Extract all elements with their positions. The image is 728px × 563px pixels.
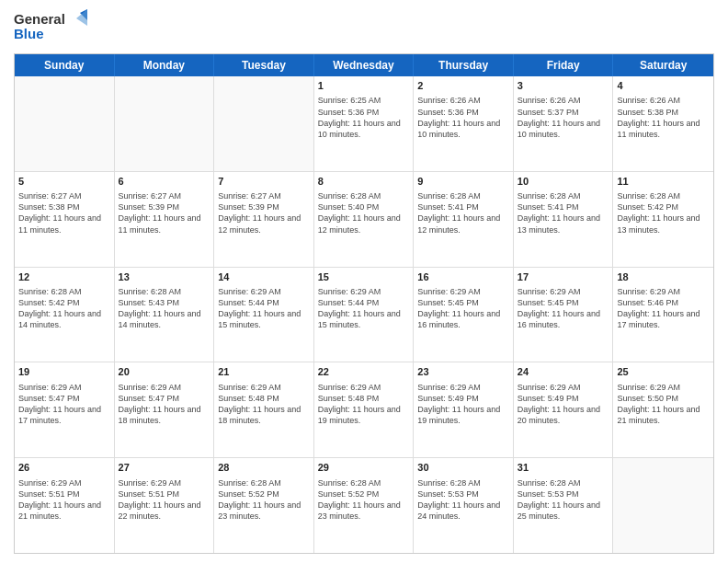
calendar-cell: 26Sunrise: 6:29 AM Sunset: 5:51 PM Dayli…	[15, 458, 115, 553]
day-number: 6	[119, 175, 210, 189]
day-number: 28	[218, 461, 310, 475]
calendar-cell: 28Sunrise: 6:28 AM Sunset: 5:52 PM Dayli…	[214, 458, 314, 553]
day-number: 1	[318, 79, 410, 93]
weekday-header: Thursday	[414, 54, 514, 76]
cell-sun-info: Sunrise: 6:29 AM Sunset: 5:50 PM Dayligh…	[617, 382, 710, 427]
cell-sun-info: Sunrise: 6:29 AM Sunset: 5:51 PM Dayligh…	[18, 477, 110, 523]
calendar-cell: 6Sunrise: 6:27 AM Sunset: 5:39 PM Daylig…	[115, 172, 215, 267]
day-number: 15	[318, 270, 410, 284]
cell-sun-info: Sunrise: 6:29 AM Sunset: 5:49 PM Dayligh…	[518, 382, 609, 427]
day-number: 22	[318, 365, 410, 379]
calendar-cell: 30Sunrise: 6:28 AM Sunset: 5:53 PM Dayli…	[414, 458, 514, 553]
calendar-cell: 13Sunrise: 6:28 AM Sunset: 5:43 PM Dayli…	[115, 268, 215, 362]
calendar-cell: 2Sunrise: 6:26 AM Sunset: 5:36 PM Daylig…	[414, 76, 514, 171]
calendar-cell: 20Sunrise: 6:29 AM Sunset: 5:47 PM Dayli…	[115, 362, 215, 457]
cell-sun-info: Sunrise: 6:26 AM Sunset: 5:37 PM Dayligh…	[518, 95, 609, 140]
calendar-cell: 10Sunrise: 6:28 AM Sunset: 5:41 PM Dayli…	[514, 172, 614, 267]
cell-sun-info: Sunrise: 6:28 AM Sunset: 5:41 PM Dayligh…	[417, 190, 509, 236]
calendar-cell	[214, 76, 314, 171]
cell-sun-info: Sunrise: 6:29 AM Sunset: 5:47 PM Dayligh…	[119, 382, 210, 427]
cell-sun-info: Sunrise: 6:28 AM Sunset: 5:41 PM Dayligh…	[518, 190, 609, 236]
cell-sun-info: Sunrise: 6:28 AM Sunset: 5:52 PM Dayligh…	[318, 477, 410, 523]
day-number: 7	[218, 175, 310, 189]
calendar-row: 12Sunrise: 6:28 AM Sunset: 5:42 PM Dayli…	[15, 267, 713, 362]
day-number: 2	[417, 79, 509, 93]
calendar-cell: 23Sunrise: 6:29 AM Sunset: 5:49 PM Dayli…	[414, 362, 514, 457]
day-number: 13	[119, 270, 210, 284]
day-number: 20	[119, 365, 210, 379]
calendar-cell: 4Sunrise: 6:26 AM Sunset: 5:38 PM Daylig…	[613, 76, 713, 171]
calendar-cell: 8Sunrise: 6:28 AM Sunset: 5:40 PM Daylig…	[314, 172, 415, 267]
day-number: 25	[617, 365, 710, 379]
calendar: SundayMondayTuesdayWednesdayThursdayFrid…	[14, 53, 714, 554]
cell-sun-info: Sunrise: 6:28 AM Sunset: 5:53 PM Dayligh…	[417, 477, 509, 523]
calendar-row: 1Sunrise: 6:25 AM Sunset: 5:36 PM Daylig…	[15, 76, 713, 171]
cell-sun-info: Sunrise: 6:26 AM Sunset: 5:36 PM Dayligh…	[417, 95, 509, 140]
day-number: 9	[417, 175, 509, 189]
svg-marker-3	[76, 9, 87, 26]
logo: General Blue	[14, 9, 87, 46]
calendar-cell	[15, 76, 115, 171]
calendar-body: 1Sunrise: 6:25 AM Sunset: 5:36 PM Daylig…	[15, 76, 713, 553]
cell-sun-info: Sunrise: 6:28 AM Sunset: 5:42 PM Dayligh…	[18, 286, 110, 331]
calendar-cell: 7Sunrise: 6:27 AM Sunset: 5:39 PM Daylig…	[214, 172, 314, 267]
calendar-cell: 22Sunrise: 6:29 AM Sunset: 5:48 PM Dayli…	[314, 362, 415, 457]
cell-sun-info: Sunrise: 6:29 AM Sunset: 5:44 PM Dayligh…	[318, 286, 410, 331]
calendar-cell: 14Sunrise: 6:29 AM Sunset: 5:44 PM Dayli…	[214, 268, 314, 362]
weekday-header: Friday	[514, 54, 614, 76]
cell-sun-info: Sunrise: 6:28 AM Sunset: 5:40 PM Dayligh…	[318, 190, 410, 236]
day-number: 31	[518, 461, 609, 475]
calendar-cell: 1Sunrise: 6:25 AM Sunset: 5:36 PM Daylig…	[314, 76, 415, 171]
day-number: 10	[518, 175, 609, 189]
cell-sun-info: Sunrise: 6:29 AM Sunset: 5:44 PM Dayligh…	[218, 286, 310, 331]
logo-svg: General Blue	[14, 9, 87, 46]
cell-sun-info: Sunrise: 6:27 AM Sunset: 5:39 PM Dayligh…	[218, 190, 310, 236]
weekday-header: Sunday	[15, 54, 115, 76]
calendar-cell: 24Sunrise: 6:29 AM Sunset: 5:49 PM Dayli…	[514, 362, 614, 457]
calendar-cell: 12Sunrise: 6:28 AM Sunset: 5:42 PM Dayli…	[15, 268, 115, 362]
day-number: 23	[417, 365, 509, 379]
cell-sun-info: Sunrise: 6:28 AM Sunset: 5:53 PM Dayligh…	[518, 477, 609, 523]
calendar-cell: 19Sunrise: 6:29 AM Sunset: 5:47 PM Dayli…	[15, 362, 115, 457]
day-number: 3	[518, 79, 609, 93]
day-number: 8	[318, 175, 410, 189]
day-number: 11	[617, 175, 710, 189]
day-number: 27	[119, 461, 210, 475]
cell-sun-info: Sunrise: 6:29 AM Sunset: 5:45 PM Dayligh…	[518, 286, 609, 331]
calendar-cell: 18Sunrise: 6:29 AM Sunset: 5:46 PM Dayli…	[613, 268, 713, 362]
calendar-cell: 3Sunrise: 6:26 AM Sunset: 5:37 PM Daylig…	[514, 76, 614, 171]
cell-sun-info: Sunrise: 6:29 AM Sunset: 5:45 PM Dayligh…	[417, 286, 509, 331]
calendar-cell	[613, 458, 713, 553]
cell-sun-info: Sunrise: 6:29 AM Sunset: 5:48 PM Dayligh…	[318, 382, 410, 427]
calendar-cell: 16Sunrise: 6:29 AM Sunset: 5:45 PM Dayli…	[414, 268, 514, 362]
day-number: 14	[218, 270, 310, 284]
calendar-cell: 5Sunrise: 6:27 AM Sunset: 5:38 PM Daylig…	[15, 172, 115, 267]
calendar-cell: 29Sunrise: 6:28 AM Sunset: 5:52 PM Dayli…	[314, 458, 415, 553]
weekday-header: Tuesday	[214, 54, 314, 76]
day-number: 12	[18, 270, 110, 284]
day-number: 26	[18, 461, 110, 475]
calendar-cell: 31Sunrise: 6:28 AM Sunset: 5:53 PM Dayli…	[514, 458, 614, 553]
day-number: 17	[518, 270, 609, 284]
day-number: 16	[417, 270, 509, 284]
day-number: 29	[318, 461, 410, 475]
cell-sun-info: Sunrise: 6:28 AM Sunset: 5:52 PM Dayligh…	[218, 477, 310, 523]
calendar-cell: 15Sunrise: 6:29 AM Sunset: 5:44 PM Dayli…	[314, 268, 415, 362]
cell-sun-info: Sunrise: 6:27 AM Sunset: 5:38 PM Dayligh…	[18, 190, 110, 236]
cell-sun-info: Sunrise: 6:28 AM Sunset: 5:43 PM Dayligh…	[119, 286, 210, 331]
cell-sun-info: Sunrise: 6:29 AM Sunset: 5:51 PM Dayligh…	[119, 477, 210, 523]
cell-sun-info: Sunrise: 6:29 AM Sunset: 5:49 PM Dayligh…	[417, 382, 509, 427]
day-number: 30	[417, 461, 509, 475]
day-number: 18	[617, 270, 710, 284]
cell-sun-info: Sunrise: 6:28 AM Sunset: 5:42 PM Dayligh…	[617, 190, 710, 236]
day-number: 5	[18, 175, 110, 189]
cell-sun-info: Sunrise: 6:25 AM Sunset: 5:36 PM Dayligh…	[318, 95, 410, 140]
cell-sun-info: Sunrise: 6:29 AM Sunset: 5:47 PM Dayligh…	[18, 382, 110, 427]
svg-text:General: General	[14, 11, 65, 27]
calendar-cell: 27Sunrise: 6:29 AM Sunset: 5:51 PM Dayli…	[115, 458, 215, 553]
svg-text:Blue: Blue	[14, 26, 44, 41]
day-number: 21	[218, 365, 310, 379]
cell-sun-info: Sunrise: 6:29 AM Sunset: 5:48 PM Dayligh…	[218, 382, 310, 427]
calendar-cell: 9Sunrise: 6:28 AM Sunset: 5:41 PM Daylig…	[414, 172, 514, 267]
day-number: 24	[518, 365, 609, 379]
